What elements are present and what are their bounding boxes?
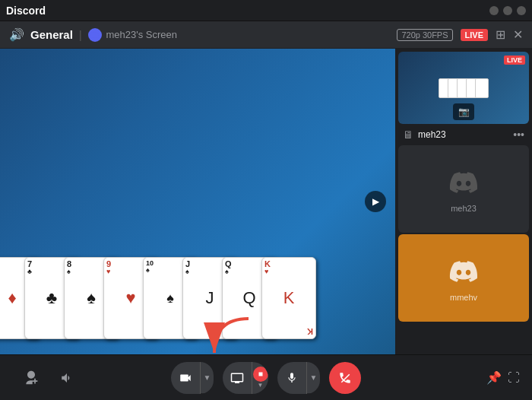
bottom-toolbar: ▼ ▼ Stop Streaming ▼: [0, 354, 532, 400]
stop-red-icon: [253, 367, 268, 382]
quality-badge: 720p 30FPS: [397, 29, 452, 41]
app-logo: Discord: [6, 5, 46, 17]
camera-icon: 📷: [453, 103, 474, 120]
channel-divider: |: [79, 29, 82, 41]
window-controls: [489, 6, 526, 15]
user2-avatar-box: mmehv: [398, 234, 529, 322]
stream-close-button[interactable]: ✕: [513, 27, 523, 42]
camera-button-group: ▼: [171, 362, 214, 394]
monitor-icon: 🖥: [403, 129, 413, 141]
card-center-suit: ♠: [166, 290, 174, 306]
card-center-suit: ♥: [125, 288, 135, 308]
toolbar-left: [15, 362, 79, 394]
stream-preview: LIVE 📷: [398, 52, 529, 124]
screen-share-label: meh23's Screen: [88, 28, 178, 42]
user1-username: meh23: [451, 204, 477, 213]
user1-discord-logo: [447, 166, 480, 199]
next-arrow-button[interactable]: ▶: [365, 191, 386, 212]
camera-chevron-button[interactable]: ▼: [200, 362, 214, 394]
card-center-suit: J: [206, 288, 214, 308]
add-user-button[interactable]: [15, 362, 47, 394]
end-call-button[interactable]: [329, 362, 361, 394]
main-area: 6 ♦ ♦ 6 7 ♣ ♣ 7 8 ♠ ♠ 8: [0, 49, 532, 354]
close-button[interactable]: [517, 6, 526, 15]
stop-streaming-chevron[interactable]: ▼: [252, 362, 268, 394]
user2-discord-logo: [447, 255, 480, 288]
voice-channel-button[interactable]: [55, 366, 79, 390]
preview-live-badge: LIVE: [504, 56, 525, 65]
mic-chevron-button[interactable]: ▼: [306, 362, 320, 394]
title-bar: Discord: [0, 0, 532, 21]
maximize-button[interactable]: [503, 6, 512, 15]
card-center-suit: ♣: [46, 288, 57, 308]
card-kh: K ♥ K K: [261, 257, 316, 339]
camera-toggle-button[interactable]: [171, 362, 200, 394]
stop-streaming-button-group: ▼ Stop Streaming: [223, 362, 268, 394]
card-bottom-value: K: [307, 327, 313, 336]
video-area: 6 ♦ ♦ 6 7 ♣ ♣ 7 8 ♠ ♠ 8: [0, 49, 395, 354]
card-center-suit: Q: [242, 288, 255, 308]
channel-name: General: [30, 28, 73, 41]
fullscreen-icon[interactable]: ⛶: [508, 371, 520, 385]
mini-card: [475, 78, 489, 98]
card-suit-top: ♥: [264, 268, 313, 275]
toolbar-right: 📌 ⛶: [486, 370, 520, 385]
card-value: K: [264, 260, 313, 268]
card-center-suit: ♠: [87, 288, 96, 308]
grid-icon[interactable]: ⊞: [496, 27, 505, 42]
voice-icon: 🔊: [9, 27, 24, 42]
solitaire-background: 6 ♦ ♦ 6 7 ♣ ♣ 7 8 ♠ ♠ 8: [0, 49, 395, 354]
stop-chevron-icon: ▼: [258, 382, 264, 389]
channel-right-controls: 720p 30FPS LIVE ⊞ ✕: [397, 27, 523, 42]
discord-mini-icon: [88, 28, 102, 42]
mic-toggle-button[interactable]: [277, 362, 306, 394]
stream-user-label: meh23's Screen: [106, 29, 178, 40]
user1-avatar-box: meh23: [398, 145, 529, 233]
live-badge: LIVE: [461, 29, 488, 41]
pin-icon[interactable]: 📌: [486, 370, 502, 385]
card-center-suit: K: [283, 288, 295, 308]
user2-username: mmehv: [450, 293, 477, 302]
card-center-suit: ♦: [8, 288, 16, 308]
minimize-button[interactable]: [489, 6, 499, 15]
sidebar-username: meh23: [418, 129, 446, 140]
more-options-button[interactable]: •••: [513, 129, 524, 141]
mic-button-group: ▼: [277, 362, 320, 394]
stop-streaming-main-button[interactable]: [223, 362, 252, 394]
sidebar: LIVE 📷 🖥 meh23 ••• meh23 mmeh: [395, 49, 532, 354]
sidebar-user-row: 🖥 meh23 •••: [398, 125, 529, 144]
channel-bar: 🔊 General | meh23's Screen 720p 30FPS LI…: [0, 21, 532, 49]
cards-container: 6 ♦ ♦ 6 7 ♣ ♣ 7 8 ♠ ♠ 8: [0, 257, 316, 339]
